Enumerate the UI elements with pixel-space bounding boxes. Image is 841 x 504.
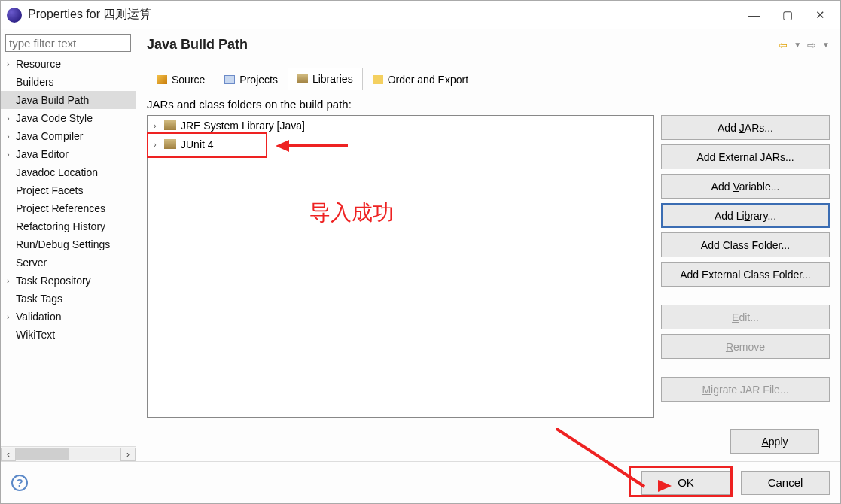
chevron-right-icon: › [7,132,16,141]
scroll-right-icon[interactable]: › [120,448,136,461]
add-library-button[interactable]: Add Library... [661,203,830,228]
left-panel: ›Resource Builders Java Build Path ›Java… [1,29,136,461]
properties-tree[interactable]: ›Resource Builders Java Build Path ›Java… [1,55,136,446]
filter-input[interactable] [5,34,131,52]
main-area: ›Resource Builders Java Build Path ›Java… [1,29,840,461]
tab-projects[interactable]: Projects [215,68,288,90]
tree-item-server[interactable]: Server [1,254,136,272]
chevron-right-icon: › [154,140,164,149]
tree-item-javadoc-location[interactable]: Javadoc Location [1,163,136,181]
add-external-jars-button[interactable]: Add External JARs... [661,144,830,169]
tree-item-project-facets[interactable]: Project Facets [1,181,136,199]
bottom-bar: ? OK Cancel [1,461,840,503]
back-arrow-icon[interactable]: ⇦ [779,39,788,51]
migrate-jar-button[interactable]: Migrate JAR File... [661,377,830,402]
button-column: Add JARs... Add External JARs... Add Var… [661,115,830,418]
cancel-button[interactable]: Cancel [741,471,830,495]
horizontal-scrollbar[interactable]: ‹ › [1,446,136,461]
apply-row: Apply [147,418,830,461]
tree-item-run-debug-settings[interactable]: Run/Debug Settings [1,235,136,254]
annotation-arrow-to-ok-icon [556,428,661,503]
tree-item-resource[interactable]: ›Resource [1,55,136,73]
tree-item-task-tags[interactable]: Task Tags [1,290,136,308]
nav-arrows: ⇦▼ ⇨▼ [779,39,830,51]
chevron-right-icon: › [7,114,16,123]
remove-button[interactable]: Remove [661,334,830,359]
tree-item-java-editor[interactable]: ›Java Editor [1,145,136,163]
libraries-icon [297,74,308,83]
tab-order-export[interactable]: Order and Export [363,68,478,90]
eclipse-icon [7,8,22,23]
edit-button[interactable]: Edit... [661,305,830,329]
projects-icon [224,75,235,84]
tree-item-task-repository[interactable]: ›Task Repository [1,272,136,290]
jars-label: JARs and class folders on the build path… [147,98,830,111]
chevron-right-icon: › [154,121,164,130]
chevron-right-icon: › [7,312,16,321]
annotation-arrow-line [288,144,348,147]
help-icon[interactable]: ? [11,475,28,491]
library-icon [164,120,176,130]
lib-row-jre[interactable]: › JRE System Library [Java] [148,116,653,135]
add-class-folder-button[interactable]: Add Class Folder... [661,232,830,257]
tree-item-builders[interactable]: Builders [1,73,136,91]
annotation-arrow-head-icon [658,480,672,492]
back-dropdown-icon[interactable]: ▼ [794,41,801,49]
tree-item-java-compiler[interactable]: ›Java Compiler [1,127,136,145]
libraries-tree[interactable]: › JRE System Library [Java] › JUnit 4 导入… [147,115,654,418]
right-area: Java Build Path ⇦▼ ⇨▼ Source Projects Li… [136,29,840,461]
tree-item-project-references[interactable]: Project References [1,199,136,217]
tree-item-refactoring-history[interactable]: Refactoring History [1,217,136,235]
tree-item-java-code-style[interactable]: ›Java Code Style [1,109,136,127]
window-title: Properties for 四则运算 [28,7,748,23]
tabs: Source Projects Libraries Order and Expo… [147,67,830,90]
svg-line-0 [556,428,644,487]
annotation-success-text: 导入成功 [309,199,394,227]
tree-item-validation[interactable]: ›Validation [1,308,136,326]
close-icon[interactable]: ✕ [815,8,825,22]
source-icon [157,75,167,84]
content-row: › JRE System Library [Java] › JUnit 4 导入… [147,115,830,418]
minimize-icon[interactable]: — [748,8,760,22]
scroll-track[interactable] [16,448,120,460]
maximize-icon[interactable]: ▢ [782,8,793,22]
chevron-right-icon: › [7,150,16,159]
tree-item-java-build-path[interactable]: Java Build Path [1,91,136,109]
add-jars-button[interactable]: Add JARs... [661,115,830,140]
add-variable-button[interactable]: Add Variable... [661,174,830,199]
page-title: Java Build Path [147,37,779,53]
forward-arrow-icon[interactable]: ⇨ [807,39,816,51]
scroll-left-icon[interactable]: ‹ [1,448,16,461]
add-external-class-folder-button[interactable]: Add External Class Folder... [661,262,830,287]
library-icon [164,139,176,149]
window-controls: — ▢ ✕ [748,8,825,22]
chevron-right-icon: › [7,276,16,285]
order-icon [373,75,383,84]
header-bar: Java Build Path ⇦▼ ⇨▼ [136,29,840,59]
scroll-thumb[interactable] [16,448,69,460]
tab-libraries[interactable]: Libraries [288,68,363,90]
apply-button[interactable]: Apply [730,429,819,454]
right-body: Source Projects Libraries Order and Expo… [136,59,840,461]
title-bar: Properties for 四则运算 — ▢ ✕ [1,1,840,29]
chevron-right-icon: › [7,59,16,68]
lib-row-junit[interactable]: › JUnit 4 [148,135,653,153]
tree-item-wikitext[interactable]: WikiText [1,326,136,344]
tab-source[interactable]: Source [147,68,215,90]
forward-dropdown-icon[interactable]: ▼ [822,41,830,49]
